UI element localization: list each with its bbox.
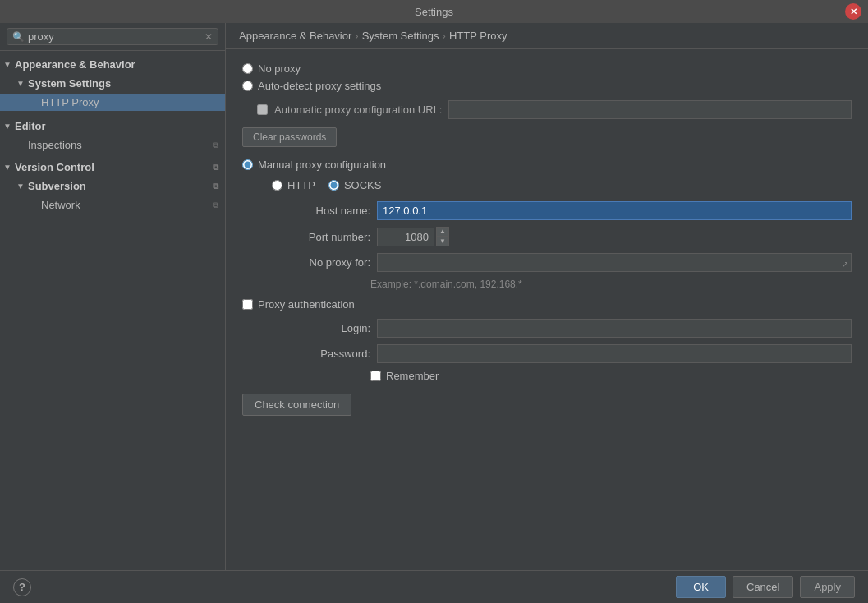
- password-input[interactable]: [377, 344, 852, 363]
- sidebar-item-network[interactable]: Network ⧉: [0, 196, 225, 214]
- title-bar: Settings ✕: [0, 0, 868, 23]
- search-input[interactable]: [28, 30, 168, 43]
- manual-proxy-label[interactable]: Manual proxy configuration: [258, 159, 386, 171]
- manual-proxy-radio[interactable]: [242, 159, 253, 170]
- port-spinner: ▲ ▼: [436, 227, 449, 246]
- breadcrumb-part1: Appearance & Behavior: [239, 30, 351, 42]
- remember-label[interactable]: Remember: [386, 370, 439, 382]
- bottom-actions: OK Cancel Apply: [676, 576, 855, 598]
- http-label[interactable]: HTTP: [287, 179, 315, 191]
- socks-label[interactable]: SOCKS: [344, 179, 382, 191]
- copy-icon: ⧉: [213, 200, 218, 210]
- auto-config-checkbox[interactable]: [257, 104, 268, 115]
- auto-config-row: Automatic proxy configuration URL:: [257, 100, 852, 119]
- socks-radio[interactable]: [328, 180, 339, 191]
- tree: ▼ Appearance & Behavior ▼ System Setting…: [0, 51, 225, 570]
- auto-detect-radio[interactable]: [242, 81, 253, 91]
- host-name-input[interactable]: [377, 201, 852, 220]
- close-button[interactable]: ✕: [845, 3, 861, 20]
- socks-radio-row: SOCKS: [328, 179, 382, 191]
- tree-item-inspections: Inspections ⧉: [0, 135, 225, 155]
- arrow-icon: ▼: [3, 163, 13, 172]
- sidebar-item-version-control[interactable]: ▼ Version Control ⧉: [0, 159, 225, 176]
- copy-icon: ⧉: [213, 140, 218, 150]
- help-button[interactable]: ?: [13, 578, 31, 596]
- http-radio-row: HTTP: [272, 179, 315, 191]
- expand-icon: ↗: [842, 260, 848, 269]
- arrow-icon: ▼: [16, 182, 26, 191]
- port-number-label: Port number:: [272, 231, 370, 243]
- sidebar-item-appearance-behavior[interactable]: ▼ Appearance & Behavior: [0, 56, 225, 73]
- sidebar: 🔍 ✕ ▼ Appearance & Behavior ▼: [0, 23, 226, 570]
- tree-item-http-proxy: HTTP Proxy: [0, 92, 225, 113]
- breadcrumb-sep1: ›: [355, 30, 358, 42]
- no-proxy-label[interactable]: No proxy: [258, 62, 301, 75]
- sidebar-item-http-proxy[interactable]: HTTP Proxy: [0, 94, 225, 111]
- arrow-icon: ▼: [3, 122, 13, 131]
- settings-window: Settings ✕ 🔍 ✕ ▼ Appearance & Behavior: [0, 0, 868, 603]
- no-proxy-for-wrap: ↗: [377, 253, 852, 272]
- window-title: Settings: [415, 6, 453, 18]
- right-panel: Appearance & Behavior › System Settings …: [226, 23, 868, 570]
- check-connection-button[interactable]: Check connection: [242, 394, 351, 416]
- host-name-label: Host name:: [272, 205, 370, 217]
- copy-icon: ⧉: [213, 163, 218, 173]
- http-radio[interactable]: [272, 180, 282, 191]
- arrow-icon: ▼: [16, 79, 26, 88]
- breadcrumb-part3: HTTP Proxy: [449, 30, 507, 42]
- ok-button[interactable]: OK: [676, 576, 726, 598]
- search-input-wrap[interactable]: 🔍 ✕: [7, 28, 218, 45]
- remember-checkbox[interactable]: [370, 371, 381, 381]
- spacer: [16, 140, 26, 150]
- no-proxy-row: No proxy: [242, 62, 852, 75]
- search-icon: 🔍: [12, 31, 25, 43]
- sidebar-item-system-settings[interactable]: ▼ System Settings: [0, 75, 225, 92]
- password-label: Password:: [272, 348, 370, 360]
- tree-item-version-control: ▼ Version Control ⧉ ▼ Subversion ⧉: [0, 157, 225, 219]
- spacer: [30, 98, 39, 107]
- login-input[interactable]: [377, 319, 852, 338]
- proxy-auth-row: Proxy authentication: [242, 298, 852, 311]
- copy-icon: ⧉: [213, 182, 218, 191]
- example-text: Example: *.domain.com, 192.168.*: [370, 278, 852, 290]
- search-clear-icon[interactable]: ✕: [204, 31, 213, 43]
- sidebar-item-subversion[interactable]: ▼ Subversion ⧉: [0, 177, 225, 195]
- sidebar-label-network: Network: [41, 199, 80, 211]
- clear-passwords-button[interactable]: Clear passwords: [242, 127, 337, 147]
- tree-item-editor: ▼ Editor Inspections ⧉: [0, 116, 225, 157]
- login-grid: Login: Password:: [272, 319, 852, 363]
- port-up-button[interactable]: ▲: [436, 227, 449, 237]
- port-down-button[interactable]: ▼: [436, 237, 449, 246]
- port-wrap: ▲ ▼: [377, 227, 852, 246]
- sidebar-item-editor[interactable]: ▼ Editor: [0, 117, 225, 135]
- auto-detect-label[interactable]: Auto-detect proxy settings: [258, 80, 381, 92]
- main-content: 🔍 ✕ ▼ Appearance & Behavior ▼: [0, 23, 868, 570]
- no-proxy-for-input[interactable]: [377, 253, 852, 272]
- proxy-auth-label[interactable]: Proxy authentication: [258, 298, 355, 311]
- port-input[interactable]: [377, 228, 434, 246]
- sidebar-label-version-control: Version Control: [15, 161, 94, 173]
- sidebar-item-inspections[interactable]: Inspections ⧉: [0, 136, 225, 154]
- auto-detect-row: Auto-detect proxy settings: [242, 80, 852, 92]
- manual-proxy-section: Manual proxy configuration: [242, 159, 852, 171]
- cancel-button[interactable]: Cancel: [733, 576, 793, 598]
- bottom-bar: ? OK Cancel Apply: [0, 570, 868, 603]
- proxy-type-group: No proxy Auto-detect proxy settings: [242, 62, 852, 92]
- no-proxy-radio[interactable]: [242, 63, 253, 74]
- sidebar-label-subversion: Subversion: [28, 180, 86, 192]
- auto-config-label: Automatic proxy configuration URL:: [274, 104, 442, 116]
- proxy-auth-checkbox[interactable]: [242, 299, 253, 310]
- sidebar-label-system-settings: System Settings: [28, 77, 111, 90]
- protocol-row: HTTP SOCKS: [272, 179, 852, 191]
- auto-config-url-input[interactable]: [448, 100, 852, 119]
- arrow-icon: ▼: [3, 60, 13, 69]
- sidebar-label-inspections: Inspections: [28, 139, 82, 151]
- apply-button[interactable]: Apply: [800, 576, 855, 598]
- no-proxy-for-label: No proxy for:: [272, 256, 370, 269]
- tree-item-appearance-behavior: ▼ Appearance & Behavior ▼ System Setting…: [0, 54, 225, 116]
- tree-item-network: Network ⧉: [0, 195, 225, 215]
- spacer: [30, 200, 39, 209]
- sidebar-label-http-proxy: HTTP Proxy: [41, 96, 99, 108]
- tree-item-system-settings: ▼ System Settings HTTP Proxy: [0, 73, 225, 114]
- breadcrumb-part2: System Settings: [362, 30, 439, 42]
